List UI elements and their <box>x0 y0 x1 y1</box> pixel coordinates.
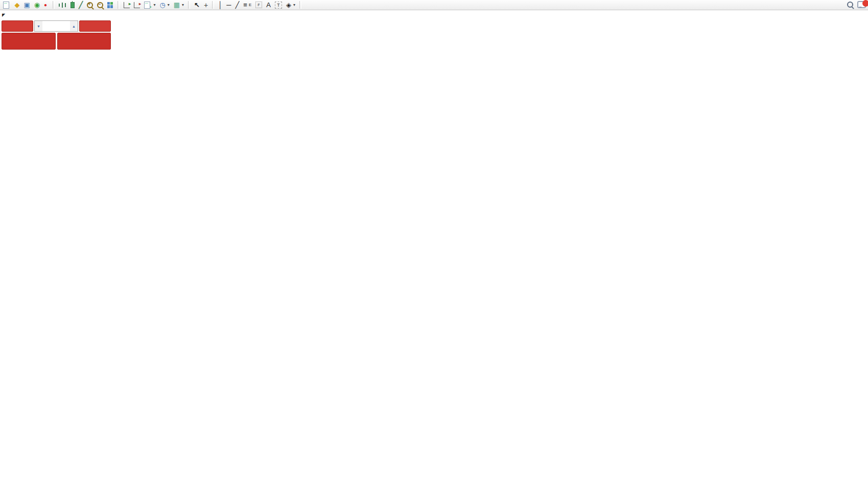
new-order-icon: + <box>3 1 9 9</box>
new-order-button[interactable]: + <box>1 1 12 10</box>
volume-up-icon[interactable]: ▲ <box>70 21 78 31</box>
symbol-marker-icon: ◤ <box>2 13 5 17</box>
text-label-tool-icon[interactable]: T <box>273 1 284 10</box>
buy-button[interactable] <box>79 20 111 32</box>
shapes-tool-icon[interactable]: ◈▾ <box>284 1 297 10</box>
notification-badge <box>862 0 868 7</box>
autotrade-icon: ● <box>44 1 47 10</box>
autotrade-button[interactable]: ● <box>42 1 51 10</box>
template-button[interactable]: ▦▾ <box>172 1 186 10</box>
bar-chart-icon[interactable] <box>57 1 68 10</box>
volume-stepper: ▼ ▲ <box>34 20 78 32</box>
sell-button[interactable] <box>2 20 33 32</box>
chart-shift-icon[interactable]: ▸ <box>132 1 142 10</box>
zoom-in-icon[interactable]: + <box>85 1 95 10</box>
search-icon[interactable] <box>847 2 853 8</box>
volume-value[interactable] <box>42 21 70 31</box>
trendline-tool-icon[interactable]: ╱ <box>233 1 242 10</box>
toolbar-separator <box>53 1 55 9</box>
line-chart-icon[interactable]: ╱ <box>77 1 85 10</box>
toolbar-separator <box>118 1 120 9</box>
chart-canvas[interactable] <box>0 0 868 482</box>
sell-price-display[interactable] <box>2 33 56 50</box>
crosshair-icon[interactable]: + <box>202 1 210 10</box>
toolbar-separator <box>188 1 190 9</box>
text-tool-icon[interactable]: A <box>264 1 273 10</box>
one-click-trading-panel: ▼ ▲ <box>2 20 111 50</box>
zoom-out-icon[interactable]: − <box>95 1 105 10</box>
buy-price-display[interactable] <box>57 33 111 50</box>
periods-clock-button[interactable]: ◷▾ <box>157 1 171 10</box>
fibonacci-tool-icon[interactable]: ≡E <box>241 1 253 10</box>
price-axis[interactable] <box>844 10 868 470</box>
vertical-line-tool-icon[interactable]: │ <box>216 1 224 10</box>
horizontal-line-tool-icon[interactable]: ─ <box>224 1 233 10</box>
auto-arrange-icon[interactable]: ▸ <box>122 1 132 10</box>
signals-icon[interactable]: ▣ <box>21 1 32 10</box>
time-axis[interactable] <box>0 470 868 482</box>
volume-down-icon[interactable]: ▼ <box>35 21 42 31</box>
grid-tool-icon[interactable]: F <box>253 1 264 10</box>
main-toolbar: + ◆ ▣ ◉ ● ╱ + − ▸ ▸ +▾ ◷▾ ▦▾ ↖ + │ ─ ╱ ≡… <box>0 0 868 10</box>
candlestick-chart-icon[interactable] <box>68 1 77 10</box>
cursor-icon[interactable]: ↖ <box>192 1 202 10</box>
chart-title <box>7 11 9 17</box>
vps-icon[interactable]: ◉ <box>32 1 42 10</box>
chat-icon[interactable] <box>857 1 866 8</box>
new-chart-button[interactable]: +▾ <box>142 1 157 10</box>
tile-windows-icon[interactable] <box>105 1 115 10</box>
market-icon[interactable]: ◆ <box>12 1 21 10</box>
toolbar-separator <box>299 1 301 9</box>
toolbar-separator <box>212 1 214 9</box>
